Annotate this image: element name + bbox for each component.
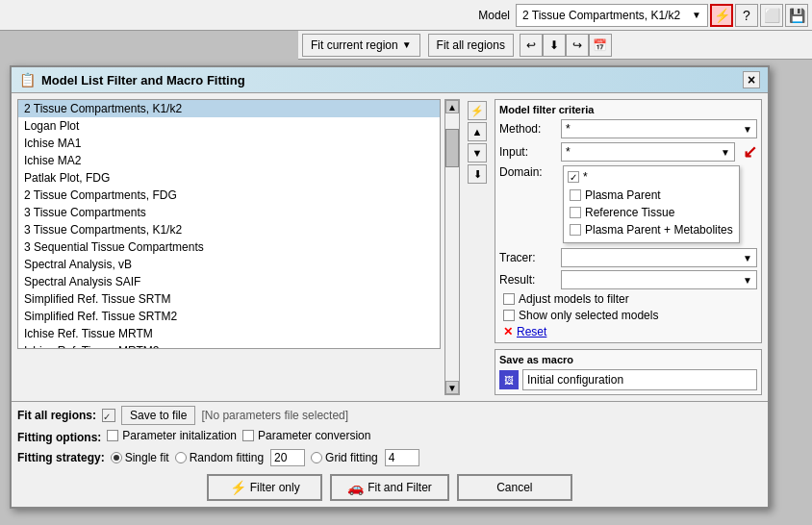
redo-btn[interactable]: ↪ bbox=[566, 34, 589, 57]
cancel-btn[interactable]: Cancel bbox=[457, 474, 572, 501]
filter-group: Model filter criteria Method: * ▼ Input:… bbox=[495, 99, 762, 343]
result-row: Result: ▼ bbox=[499, 270, 757, 289]
macro-group: Save as macro 🖼 bbox=[495, 349, 762, 395]
input-row: Input: * ▼ ↙ bbox=[499, 141, 757, 162]
fit-current-btn[interactable]: Fit current region ▼ bbox=[302, 34, 420, 57]
fit-all-btn[interactable]: Fit all regions bbox=[428, 34, 514, 57]
param-conv-row: Parameter conversion bbox=[242, 429, 370, 442]
show-only-selected-label: Show only selected models bbox=[519, 309, 658, 322]
model-list-item[interactable]: Ichise MA2 bbox=[18, 152, 440, 169]
grid-fitting-input[interactable] bbox=[385, 449, 419, 466]
no-params-label: [No parameters file selected] bbox=[201, 409, 348, 422]
tracer-dropdown[interactable]: ▼ bbox=[561, 248, 757, 267]
adjust-models-check[interactable] bbox=[503, 293, 515, 305]
dialog-close-btn[interactable]: × bbox=[743, 71, 760, 88]
method-dropdown[interactable]: * ▼ bbox=[561, 119, 757, 138]
model-dropdown[interactable]: 2 Tissue Compartments, K1/k2 ▼ bbox=[516, 4, 708, 27]
dialog-title-icon: 📋 bbox=[19, 72, 36, 88]
single-fit-radio[interactable] bbox=[111, 452, 122, 463]
dialog-buttons: ⚡ Filter only 🚗 Fit and Filter Cancel bbox=[12, 470, 768, 507]
fit-and-filter-btn[interactable]: 🚗 Fit and Filter bbox=[330, 474, 449, 501]
fit-and-filter-label: Fit and Filter bbox=[368, 481, 432, 494]
tracer-label: Tracer: bbox=[499, 251, 557, 264]
filter-only-btn[interactable]: ⚡ Filter only bbox=[207, 474, 322, 501]
domain-plasma-metabolites-check[interactable] bbox=[570, 224, 581, 236]
model-list-item[interactable]: Ichise Ref. Tissue MRTM2 bbox=[18, 342, 440, 349]
model-list-item[interactable]: Simplified Ref. Tissue SRTM2 bbox=[18, 308, 440, 325]
domain-all-check[interactable]: ✓ bbox=[568, 171, 579, 183]
download-btn[interactable]: ⬇ bbox=[543, 34, 566, 57]
scroll-thumb[interactable] bbox=[445, 129, 459, 167]
model-list-item[interactable]: Spectral Analysis SAIF bbox=[18, 273, 440, 290]
calendar-btn[interactable]: 📅 bbox=[589, 34, 612, 57]
fit-all-row: Fit all regions: ✓ Save to file [No para… bbox=[17, 406, 762, 425]
reset-link[interactable]: Reset bbox=[517, 325, 546, 338]
domain-label: Domain: bbox=[499, 165, 557, 179]
dialog-titlebar: 📋 Model List Filter and Macro Fitting × bbox=[12, 67, 768, 93]
param-conv-label: Parameter conversion bbox=[258, 429, 370, 442]
model-list-item[interactable]: 2 Tissue Compartments, FDG bbox=[18, 187, 440, 204]
side-down-btn[interactable]: ▼ bbox=[468, 143, 487, 162]
scroll-down-btn[interactable]: ▼ bbox=[445, 381, 459, 394]
fitting-strategy-label: Fitting strategy: bbox=[17, 451, 105, 464]
input-value: * bbox=[566, 145, 571, 159]
model-list-item[interactable]: 3 Sequential Tissue Compartments bbox=[18, 238, 440, 256]
fitting-options-row: Fitting options: Parameter initalization… bbox=[17, 429, 762, 445]
grid-fitting-radio[interactable] bbox=[311, 452, 322, 463]
model-list-item[interactable]: 3 Tissue Compartments, K1/k2 bbox=[18, 221, 440, 238]
save-to-file-btn[interactable]: Save to file bbox=[121, 406, 195, 425]
nav-btn-2[interactable]: 💾 bbox=[785, 4, 808, 27]
show-only-selected-check[interactable] bbox=[503, 310, 515, 321]
domain-plasma-parent-label: Plasma Parent bbox=[585, 188, 661, 202]
model-label: Model bbox=[478, 9, 510, 22]
domain-plasma-parent-item: Plasma Parent bbox=[568, 187, 735, 204]
model-list-item[interactable]: Patlak Plot, FDG bbox=[18, 169, 440, 187]
adjust-models-label: Adjust models to filter bbox=[519, 292, 629, 306]
scroll-up-btn[interactable]: ▲ bbox=[445, 100, 459, 113]
model-list-item[interactable]: Ichise Ref. Tissue MRTM bbox=[18, 325, 440, 342]
random-fitting-radio[interactable] bbox=[175, 452, 187, 463]
input-dropdown[interactable]: * ▼ bbox=[561, 142, 735, 162]
fit-all-label: Fit all regions: bbox=[17, 409, 96, 422]
fit-current-arrow-icon: ▼ bbox=[402, 39, 412, 50]
macro-group-title: Save as macro bbox=[499, 354, 757, 365]
fit-all-label: Fit all regions bbox=[437, 38, 505, 52]
model-list-item[interactable]: Spectral Analysis, vB bbox=[18, 256, 440, 273]
filter-icon-btn[interactable]: ⚡ bbox=[710, 4, 733, 27]
undo-btn[interactable]: ↩ bbox=[520, 34, 543, 57]
random-fitting-label: Random fitting bbox=[190, 451, 264, 464]
model-list-item[interactable]: Logan Plot bbox=[18, 117, 440, 135]
bottom-bar: Fit all regions: ✓ Save to file [No para… bbox=[12, 401, 768, 470]
model-list-item[interactable]: Simplified Ref. Tissue SRTM bbox=[18, 290, 440, 308]
nav-btn-1[interactable]: ⬜ bbox=[760, 4, 783, 27]
help-btn[interactable]: ? bbox=[735, 4, 758, 27]
random-fitting-input[interactable] bbox=[270, 449, 305, 466]
macro-input-field[interactable] bbox=[522, 369, 757, 390]
random-fitting-item: Random fitting bbox=[175, 449, 305, 466]
domain-plasma-parent-check[interactable] bbox=[570, 189, 581, 201]
param-conv-check[interactable] bbox=[242, 430, 254, 441]
list-scrollbar[interactable]: ▲ ▼ bbox=[444, 99, 460, 395]
param-init-check[interactable] bbox=[107, 430, 118, 441]
single-fit-label: Single fit bbox=[125, 451, 169, 464]
side-filter-btn[interactable]: ⚡ bbox=[468, 101, 487, 120]
result-dropdown[interactable]: ▼ bbox=[561, 270, 757, 289]
model-list-item[interactable]: 2 Tissue Compartments, K1/k2 bbox=[18, 100, 440, 117]
model-list[interactable]: 2 Tissue Compartments, K1/k2Logan PlotIc… bbox=[17, 99, 441, 349]
model-list-item[interactable]: 3 Tissue Compartments bbox=[18, 204, 440, 221]
side-toolbar: ⚡ ▲ ▼ ⬇ bbox=[466, 99, 489, 395]
fit-all-check[interactable]: ✓ bbox=[102, 409, 115, 422]
side-up-btn[interactable]: ▲ bbox=[468, 122, 487, 141]
side-download-btn[interactable]: ⬇ bbox=[468, 164, 487, 184]
model-list-item[interactable]: Ichise MA1 bbox=[18, 135, 440, 152]
filter-only-label: Filter only bbox=[250, 481, 300, 494]
filter-only-icon: ⚡ bbox=[230, 480, 246, 495]
domain-popup-header: ✓ * bbox=[568, 170, 735, 184]
grid-fitting-label: Grid fitting bbox=[325, 451, 378, 464]
show-only-selected-row: Show only selected models bbox=[499, 309, 757, 322]
domain-ref-tissue-check[interactable] bbox=[570, 207, 581, 218]
dialog-title: Model List Filter and Macro Fitting bbox=[41, 73, 737, 88]
method-row: Method: * ▼ bbox=[499, 119, 757, 138]
grid-fitting-item: Grid fitting bbox=[311, 449, 419, 466]
fitting-strategy-row: Fitting strategy: Single fit Random fitt… bbox=[17, 449, 762, 466]
